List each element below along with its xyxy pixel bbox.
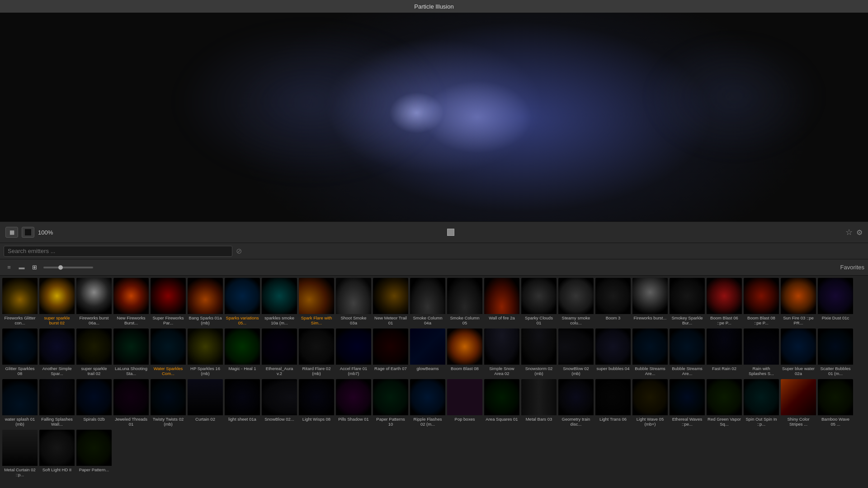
list-item[interactable]: Super blue water 02a: [780, 328, 816, 378]
list-item[interactable]: glowBeams: [410, 328, 446, 378]
list-item[interactable]: Paper Pattern...: [76, 429, 112, 479]
filmstrip-view-button[interactable]: ▦: [5, 227, 18, 238]
emitter-thumbnail: [261, 328, 297, 365]
list-item[interactable]: super sparkle burst 02: [39, 277, 75, 327]
list-item[interactable]: Fireworks burst...: [632, 277, 668, 327]
list-item[interactable]: Ethereal_Aura v.2: [261, 328, 297, 378]
clear-search-button[interactable]: ⊘: [236, 247, 242, 255]
emitter-name-label: Geometry train disc...: [558, 415, 594, 428]
emitter-thumbnail: [261, 379, 297, 415]
list-item[interactable]: Simple Snow Area 02: [484, 328, 520, 378]
list-item[interactable]: Spirals 02b: [76, 379, 112, 428]
list-item[interactable]: Pills Shadow 01: [335, 379, 372, 428]
favorites-button[interactable]: Favorites: [840, 264, 864, 271]
list-item[interactable]: super sparkle trail 02: [76, 328, 112, 378]
list-item[interactable]: New Meteor Trail 01: [373, 277, 409, 327]
single-column-view-button[interactable]: ▬: [16, 262, 27, 273]
list-item[interactable]: Red Green Vapor Sq...: [706, 379, 742, 428]
list-item[interactable]: Steamy smoke colu...: [558, 277, 594, 327]
emitter-name-label: Accel Flare 01 (mb7): [336, 365, 371, 378]
list-item[interactable]: SnowBlow 02 (mb): [558, 328, 594, 378]
list-item[interactable]: Ritard Flare 02 (mb): [298, 328, 335, 378]
list-item[interactable]: Light Trans 06: [595, 379, 631, 428]
list-item[interactable]: Boom Blast 08: [447, 328, 483, 378]
emitter-thumbnail: [706, 328, 742, 365]
list-item[interactable]: Wall of fire 2a: [484, 277, 520, 327]
emitter-thumbnail: [780, 328, 816, 365]
list-item[interactable]: Geometry train disc...: [558, 379, 594, 428]
list-item[interactable]: Area Squares 01: [484, 379, 520, 428]
list-item[interactable]: Pixie Dust 01c: [817, 277, 854, 327]
list-item[interactable]: Paper Patterns 10: [373, 379, 409, 428]
list-item[interactable]: Light Wisps 08: [298, 379, 335, 428]
emitter-name-label: super sparkle burst 02: [39, 314, 75, 327]
list-item[interactable]: Fast Rain 02: [706, 328, 742, 378]
list-item[interactable]: Boom Blast 08 ::pe P...: [743, 277, 779, 327]
emitter-thumbnail: [780, 278, 816, 314]
list-item[interactable]: Smoke Column 04a: [410, 277, 446, 327]
list-item[interactable]: Accel Flare 01 (mb7): [335, 328, 372, 378]
list-item[interactable]: water splash 01 (mb): [2, 379, 38, 428]
list-item[interactable]: super bubbles 04: [595, 328, 631, 378]
list-item[interactable]: Bang Sparks 01a (mb): [187, 277, 223, 327]
list-item[interactable]: sparkles smoke 10a (m...: [261, 277, 297, 327]
list-item[interactable]: Scatter Bubbles 01 (m...: [817, 328, 854, 378]
list-item[interactable]: Metal Bars 03: [521, 379, 557, 428]
list-item[interactable]: Sparky Clouds 01: [521, 277, 557, 327]
list-item[interactable]: Ripple Flashes 02 (m...: [410, 379, 446, 428]
emitter-name-label: Water Sparkles Com...: [151, 365, 186, 378]
list-item[interactable]: Smokey Sparkle Bur...: [669, 277, 705, 327]
list-item[interactable]: Light Wave 05 (mb+): [632, 379, 668, 428]
list-item[interactable]: Sun Fire 03 ::pe PR...: [780, 277, 816, 327]
search-input[interactable]: [4, 246, 232, 257]
list-view-button[interactable]: ≡: [4, 262, 14, 273]
list-item[interactable]: Smoke Column 05: [447, 277, 483, 327]
list-item[interactable]: Metal Curtain 02 ::p...: [2, 429, 38, 479]
list-item[interactable]: Pop boxes: [447, 379, 483, 428]
list-item[interactable]: Snowstorm 02 (mb): [521, 328, 557, 378]
list-item[interactable]: Rain with Splashes S...: [743, 328, 779, 378]
list-item[interactable]: Twisty Twists 02 (mb): [150, 379, 186, 428]
list-item[interactable]: Glitter Sparkles 08: [2, 328, 38, 378]
list-item[interactable]: Soft Light HD II: [39, 429, 75, 479]
list-item[interactable]: Super Fireworks Par...: [150, 277, 186, 327]
grid-view-button[interactable]: ⊞: [29, 262, 40, 273]
list-item[interactable]: SnowBlow 02...: [261, 379, 297, 428]
list-item[interactable]: Magic - Heal 1: [224, 328, 260, 378]
list-item[interactable]: Ethereal Waves ::pe...: [669, 379, 705, 428]
list-item[interactable]: Spin Out Spin In ::p...: [743, 379, 779, 428]
list-item[interactable]: New Fireworks Burst...: [113, 277, 149, 327]
preview-canvas[interactable]: [0, 13, 868, 221]
list-item[interactable]: Falling Splashes Wall...: [39, 379, 75, 428]
black-square-button[interactable]: [22, 227, 34, 238]
list-item[interactable]: Fireworks Glitter con...: [2, 277, 38, 327]
emitter-thumbnail: [595, 278, 631, 314]
emitter-name-label: Bubble Streams Are...: [632, 365, 668, 378]
list-item[interactable]: Shoot Smoke 03a: [335, 277, 372, 327]
emitter-name-label: New Meteor Trail 01: [373, 314, 408, 327]
list-item[interactable]: Jeweled Threads 01: [113, 379, 149, 428]
list-item[interactable]: Bamboo Wave 05 ...: [817, 379, 854, 428]
list-item[interactable]: Shiny Color Stripes ...: [780, 379, 816, 428]
list-item[interactable]: Boom 3: [595, 277, 631, 327]
list-item[interactable]: Another Simple Spar...: [39, 328, 75, 378]
app-title: Particle Illusion: [414, 3, 453, 10]
list-item[interactable]: Rage of Earth 07: [373, 328, 409, 378]
list-item[interactable]: Water Sparkles Com...: [150, 328, 186, 378]
list-item[interactable]: Bubble Streams Are...: [669, 328, 705, 378]
list-item[interactable]: light sheet 01a: [224, 379, 260, 428]
list-item[interactable]: Boom Blast 06 ::pe P...: [706, 277, 742, 327]
list-item[interactable]: Sparks variations 05...: [224, 277, 260, 327]
size-slider-handle[interactable]: [58, 265, 63, 270]
list-item[interactable]: Bubble Streams Are...: [632, 328, 668, 378]
emitter-name-label: Curtain 02: [188, 415, 223, 423]
list-item[interactable]: Curtain 02: [187, 379, 223, 428]
list-item[interactable]: Fireworks burst 06a...: [76, 277, 112, 327]
favorites-star-button[interactable]: ☆: [845, 227, 853, 237]
emitter-thumbnail: [669, 328, 705, 365]
list-item[interactable]: LaLuna Shooting Sta...: [113, 328, 149, 378]
list-item[interactable]: Spark Flare with Sim...: [298, 277, 335, 327]
settings-button[interactable]: ⚙: [856, 228, 863, 237]
emitter-name-label: Bamboo Wave 05 ...: [818, 415, 853, 428]
list-item[interactable]: HP Sparkles 16 (mb): [187, 328, 223, 378]
